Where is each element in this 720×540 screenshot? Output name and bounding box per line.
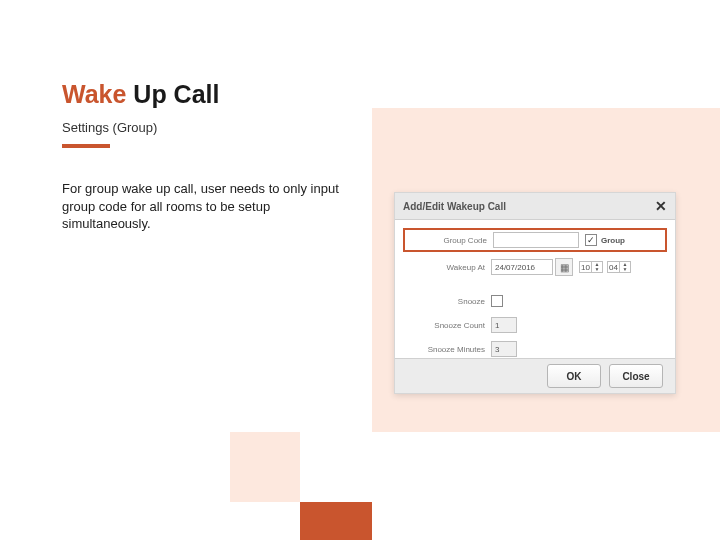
wakeup-date-input[interactable]: 24/07/2016 <box>491 259 553 275</box>
snooze-minutes-input[interactable]: 3 <box>491 341 517 357</box>
chevron-down-icon[interactable]: ▼ <box>620 267 630 272</box>
group-code-input[interactable] <box>493 232 579 248</box>
label-group-checkbox: Group <box>601 236 625 245</box>
close-button[interactable]: Close <box>609 364 663 388</box>
check-icon: ✓ <box>587 235 595 245</box>
decor-square-light <box>230 432 300 502</box>
row-wakeup-at: Wakeup At 24/07/2016 ▦ 10 ▲▼ 04 ▲▼ <box>407 258 663 276</box>
page-title: Wake Up Call <box>62 80 219 109</box>
title-accent: Wake <box>62 80 126 108</box>
subtitle: Settings (Group) <box>62 120 157 135</box>
title-rest: Up Call <box>126 80 219 108</box>
ok-button[interactable]: OK <box>547 364 601 388</box>
dialog-header: Add/Edit Wakeup Call ✕ <box>395 193 675 220</box>
row-snooze: Snooze <box>407 292 663 310</box>
label-snooze: Snooze <box>407 297 491 306</box>
minute-value: 04 <box>607 261 619 273</box>
decor-square-accent <box>300 502 372 540</box>
hour-value: 10 <box>579 261 591 273</box>
label-snooze-count: Snooze Count <box>407 321 491 330</box>
snooze-count-input[interactable]: 1 <box>491 317 517 333</box>
close-icon[interactable]: ✕ <box>655 199 667 213</box>
title-underline <box>62 144 110 148</box>
snooze-checkbox[interactable] <box>491 295 503 307</box>
group-checkbox[interactable]: ✓ <box>585 234 597 246</box>
dialog-title: Add/Edit Wakeup Call <box>403 201 506 212</box>
chevron-down-icon[interactable]: ▼ <box>592 267 602 272</box>
dialog-footer: OK Close <box>395 358 675 393</box>
wakeup-dialog: Add/Edit Wakeup Call ✕ Group Code ✓ Grou… <box>394 192 676 394</box>
slide: Wake Up Call Settings (Group) For group … <box>0 0 720 540</box>
label-wakeup-at: Wakeup At <box>407 263 491 272</box>
row-group-code: Group Code ✓ Group <box>403 228 667 252</box>
dialog-body: Group Code ✓ Group Wakeup At 24/07/2016 … <box>395 220 675 370</box>
minute-stepper[interactable]: 04 ▲▼ <box>607 261 631 273</box>
label-snooze-minutes: Snooze Minutes <box>407 345 491 354</box>
calendar-icon[interactable]: ▦ <box>555 258 573 276</box>
row-snooze-count: Snooze Count 1 <box>407 316 663 334</box>
label-group-code: Group Code <box>409 236 493 245</box>
row-snooze-minutes: Snooze Minutes 3 <box>407 340 663 358</box>
hour-stepper[interactable]: 10 ▲▼ <box>579 261 603 273</box>
description: For group wake up call, user needs to on… <box>62 180 362 233</box>
